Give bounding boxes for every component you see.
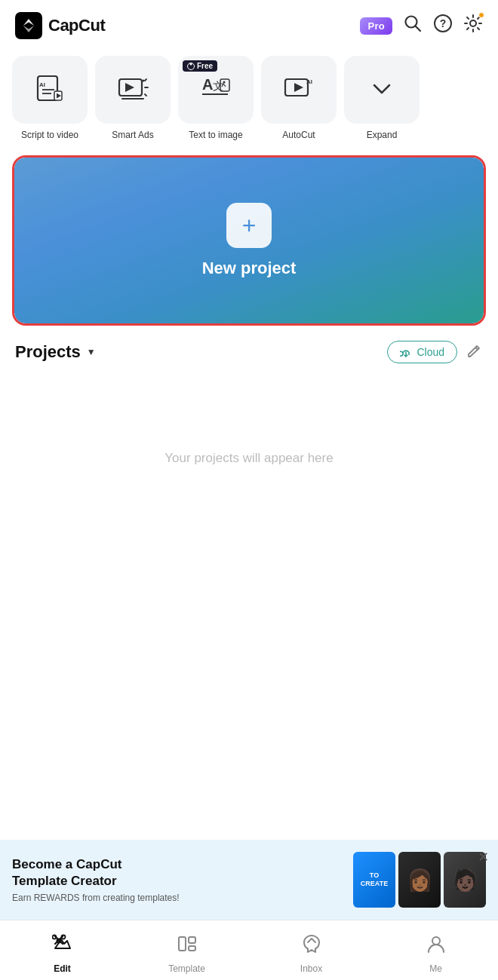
ad-subtitle: Earn REWARDS from creating templates! <box>12 893 344 903</box>
svg-marker-13 <box>125 83 134 92</box>
quick-action-script-to-video[interactable]: AI Script to video <box>12 56 88 140</box>
notification-dot <box>478 12 484 18</box>
new-project-label: New project <box>202 259 297 278</box>
ad-image-2: 👩🏾 <box>398 852 441 908</box>
svg-point-29 <box>52 935 56 939</box>
quick-actions-row: AI Script to video Smart Ads Fre <box>0 48 498 152</box>
smart-ads-icon-wrap <box>95 56 171 124</box>
autocut-icon-wrap: AI <box>261 56 337 124</box>
svg-point-16 <box>190 63 192 65</box>
projects-title-area[interactable]: Projects ▼ <box>15 342 96 362</box>
autocut-label: AutoCut <box>282 130 315 140</box>
ad-banner: Become a CapCutTemplate Creator Earn REW… <box>0 840 498 920</box>
edit-nav-label: Edit <box>54 963 71 974</box>
template-nav-label: Template <box>168 963 205 974</box>
smart-ads-icon <box>116 73 149 106</box>
expand-label: Expand <box>367 130 398 140</box>
svg-rect-0 <box>15 12 42 39</box>
logo-text: CapCut <box>48 16 105 35</box>
edit-icon[interactable] <box>466 342 483 363</box>
header: CapCut Pro ? <box>0 0 498 48</box>
projects-actions: Cloud <box>387 341 483 363</box>
ad-images: TO CREATE 👩🏾 🧑🏿 <box>353 852 486 908</box>
inbox-nav-icon <box>301 933 322 960</box>
cloud-label: Cloud <box>417 346 444 358</box>
me-nav-label: Me <box>429 963 442 974</box>
svg-point-21 <box>223 81 226 84</box>
template-nav-icon <box>177 933 198 960</box>
ad-text-area: Become a CapCutTemplate Creator Earn REW… <box>12 856 344 903</box>
quick-action-smart-ads[interactable]: Smart Ads <box>95 56 171 140</box>
text-to-image-icon: A 文 <box>199 73 232 106</box>
pro-badge[interactable]: Pro <box>360 17 392 35</box>
svg-point-14 <box>143 80 145 82</box>
svg-marker-23 <box>294 83 303 92</box>
cloud-icon <box>400 346 412 358</box>
script-to-video-icon: AI <box>33 73 66 106</box>
logo: CapCut <box>15 12 105 39</box>
nav-item-edit[interactable]: Edit <box>0 927 124 974</box>
ad-close-button[interactable]: ✕ <box>478 849 489 865</box>
text-to-image-icon-wrap: Free A 文 <box>178 56 254 124</box>
svg-text:AI: AI <box>306 78 312 85</box>
bottom-nav: Edit Template Inbox Me <box>0 920 498 980</box>
svg-text:AI: AI <box>39 81 45 88</box>
quick-action-text-to-image[interactable]: Free A 文 Text to image <box>178 56 254 140</box>
search-icon[interactable] <box>403 14 423 38</box>
me-nav-icon <box>426 933 447 960</box>
quick-action-expand[interactable]: Expand <box>344 56 420 140</box>
empty-projects-text: Your projects will appear here <box>164 451 333 466</box>
nav-item-template[interactable]: Template <box>124 927 249 974</box>
help-icon[interactable]: ? <box>433 14 453 38</box>
svg-rect-31 <box>179 937 186 951</box>
svg-text:?: ? <box>440 17 447 29</box>
text-to-image-label: Text to image <box>189 130 242 140</box>
settings-icon[interactable] <box>463 14 483 38</box>
quick-action-autocut[interactable]: AI AutoCut <box>261 56 337 140</box>
svg-text:A: A <box>202 76 213 93</box>
svg-point-5 <box>470 20 476 26</box>
script-to-video-icon-wrap: AI <box>12 56 88 124</box>
svg-rect-33 <box>189 946 195 951</box>
svg-point-34 <box>432 937 440 945</box>
script-to-video-label: Script to video <box>21 130 78 140</box>
nav-item-me[interactable]: Me <box>374 927 498 974</box>
smart-ads-label: Smart Ads <box>112 130 153 140</box>
expand-chevron-icon <box>370 78 394 102</box>
new-project-button[interactable]: + New project <box>14 158 484 323</box>
autocut-icon: AI <box>282 73 315 106</box>
edit-nav-icon <box>52 933 73 960</box>
projects-dropdown-arrow[interactable]: ▼ <box>87 347 96 357</box>
new-project-wrapper: + New project <box>12 155 486 326</box>
free-badge: Free <box>183 60 217 72</box>
ad-title: Become a CapCutTemplate Creator <box>12 856 344 890</box>
new-project-plus-icon: + <box>226 203 272 248</box>
empty-projects-state: Your projects will appear here <box>0 375 498 541</box>
cloud-button[interactable]: Cloud <box>387 341 457 363</box>
projects-title-text: Projects <box>15 342 81 362</box>
projects-section-header: Projects ▼ Cloud <box>0 341 498 375</box>
header-actions: Pro ? <box>360 14 483 38</box>
nav-item-inbox[interactable]: Inbox <box>249 927 374 974</box>
svg-point-30 <box>61 935 65 939</box>
capcut-logo-icon <box>15 12 42 39</box>
svg-line-2 <box>416 26 421 32</box>
inbox-nav-label: Inbox <box>300 963 322 974</box>
expand-icon-wrap <box>344 56 420 124</box>
svg-rect-32 <box>189 937 195 943</box>
ad-image-1: TO CREATE <box>353 852 395 908</box>
